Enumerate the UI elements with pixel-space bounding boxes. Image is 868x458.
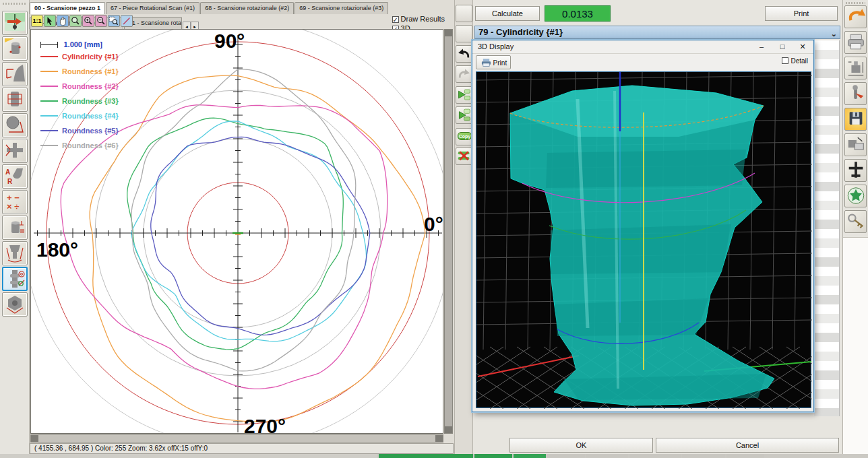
copy-results-button[interactable]: Copy: [456, 128, 472, 145]
close-icon[interactable]: ✕: [793, 40, 813, 54]
nav-forward-blue-button[interactable]: [456, 25, 472, 42]
cursor-tool[interactable]: [44, 15, 56, 27]
printer-button[interactable]: [844, 31, 867, 54]
probe-arm-button[interactable]: [844, 82, 867, 105]
tab-3[interactable]: 69 - Scansione rotazionale (#3): [294, 2, 388, 14]
nav-back-blue-button[interactable]: [456, 5, 472, 22]
redo-button[interactable]: [456, 65, 472, 83]
taskbar-segment-6[interactable]: [629, 454, 681, 458]
tool-reference-part-button[interactable]: [2, 36, 28, 61]
delete-result-button[interactable]: [456, 148, 472, 165]
tool-math-operations-button[interactable]: + −× ÷: [2, 190, 28, 214]
detail-checkbox[interactable]: Detail: [782, 57, 808, 65]
legend-item-1: Roundness {#1}: [40, 65, 119, 79]
checkbox-draw-results[interactable]: ✓Draw Results: [392, 15, 445, 24]
angle-label-90: 90°: [214, 30, 245, 53]
tool-nut-button[interactable]: [2, 292, 28, 317]
zoom-in-icon: [83, 15, 94, 26]
zoom-window-icon: [108, 15, 119, 26]
export-device-button[interactable]: [844, 133, 867, 156]
taskbar-segment-1[interactable]: [379, 454, 473, 458]
import-results-button[interactable]: [456, 86, 472, 104]
tool-runout-button[interactable]: [2, 241, 28, 265]
rail-drag-handle[interactable]: [3, 3, 26, 5]
tool-geometry-tolerance-button[interactable]: [2, 216, 28, 240]
caliper-button[interactable]: [844, 159, 867, 182]
plot-vertical-scrollbar[interactable]: [444, 29, 453, 434]
legend-item-4: Roundness {#4}: [40, 109, 119, 124]
polar-plot-canvas[interactable]: 1.000 [mm] Cylindricity {#1}Roundness {#…: [30, 29, 443, 434]
maximize-icon[interactable]: □: [772, 40, 793, 54]
calculate-button[interactable]: Calculate: [475, 6, 540, 21]
plot-horizontal-scrollbar[interactable]: [30, 434, 443, 443]
3d-display-window: 3D Display – □ ✕ Print Detail: [472, 40, 814, 412]
right-rail-empty-panel: [843, 237, 868, 458]
tool-sphere-button[interactable]: [2, 113, 28, 137]
x-axis-red: [478, 356, 579, 377]
taskbar-segment-7[interactable]: [682, 454, 725, 458]
zoom-out-tool[interactable]: [95, 15, 107, 27]
nav-back-blue-icon: [456, 6, 472, 21]
redo-icon: [456, 67, 472, 81]
rail-drag-handle[interactable]: [846, 2, 865, 4]
legend-item-2: Roundness {#2}: [40, 79, 119, 94]
result-value-box: 0.0133: [545, 5, 611, 22]
probe-arm-icon: [846, 84, 866, 103]
eco-gear-button[interactable]: [844, 185, 867, 207]
eco-gear-icon: [846, 186, 866, 205]
zoom-icon: [70, 15, 81, 26]
taskbar-segment-5[interactable]: [586, 454, 628, 458]
3d-window-titlebar[interactable]: 3D Display – □ ✕: [472, 40, 813, 54]
cancel-button[interactable]: Cancel: [656, 438, 839, 453]
import-results-icon: [456, 88, 472, 102]
legend-label: Roundness {#6}: [62, 141, 119, 150]
tool-distance-button[interactable]: [2, 139, 28, 163]
taskbar-segment-4[interactable]: [547, 454, 585, 458]
minimize-icon[interactable]: –: [751, 40, 772, 54]
tab-1[interactable]: 67 - Piece Rotational Scan (#1): [106, 2, 199, 14]
delete-result-icon: [456, 149, 472, 164]
svg-text:× ÷: × ÷: [7, 201, 19, 211]
tool-cylindricity-button[interactable]: [2, 88, 28, 112]
measure-line-tool[interactable]: [121, 15, 133, 27]
legend-label: Roundness {#1}: [62, 67, 119, 75]
feature-dropdown[interactable]: 79 - Cylindricity {#1} ⌄: [474, 26, 840, 39]
legend-swatch: [40, 71, 58, 72]
zoom-window-tool[interactable]: [108, 15, 120, 27]
tab-0[interactable]: 00 - Scansione pezzo 1: [30, 2, 105, 14]
taskbar-segment-8[interactable]: [726, 454, 764, 458]
tool-cylindricity-icon: [4, 89, 26, 109]
legend-item-3: Roundness {#3}: [40, 94, 119, 109]
scale-bar-icon: [40, 42, 58, 48]
pan-tool[interactable]: [57, 15, 69, 27]
save-floppy-button[interactable]: [844, 108, 867, 131]
export-device-icon: [846, 135, 866, 154]
tool-profile-button[interactable]: [2, 62, 28, 86]
taskbar-segment-2[interactable]: [474, 454, 512, 458]
import-results-alt-button[interactable]: [456, 106, 472, 124]
zoom-in-tool[interactable]: [82, 15, 94, 27]
undo-button[interactable]: [456, 45, 472, 63]
print-button[interactable]: Print: [765, 6, 838, 21]
actual-size-button[interactable]: 1:1: [31, 15, 43, 27]
3d-viewport[interactable]: [476, 71, 811, 408]
tool-alignment-button[interactable]: [2, 11, 28, 35]
tool-nut-icon: [4, 294, 26, 314]
part-dimension-button[interactable]: [844, 57, 867, 79]
taskbar-segment-3[interactable]: [514, 454, 546, 458]
3d-print-button[interactable]: Print: [476, 55, 511, 69]
tool-roundness-scan-button[interactable]: [2, 267, 28, 291]
result-list[interactable]: [814, 40, 840, 416]
right-tool-rail: [842, 0, 868, 458]
3d-window-title: 3D Display: [478, 42, 514, 51]
zoom-tool[interactable]: [69, 15, 82, 27]
cursor-icon: [44, 15, 55, 26]
undo-orange-button[interactable]: [844, 5, 867, 28]
license-key-button[interactable]: [844, 210, 867, 233]
angle-label-0: 0°: [424, 213, 443, 236]
nav-forward-blue-icon: [456, 26, 472, 41]
tab-2[interactable]: 68 - Scansione rotazionale (#2): [200, 2, 294, 14]
taskbar-strip[interactable]: [0, 454, 868, 458]
ok-button[interactable]: OK: [509, 438, 653, 453]
tool-angle-radius-button[interactable]: AR: [2, 164, 28, 189]
